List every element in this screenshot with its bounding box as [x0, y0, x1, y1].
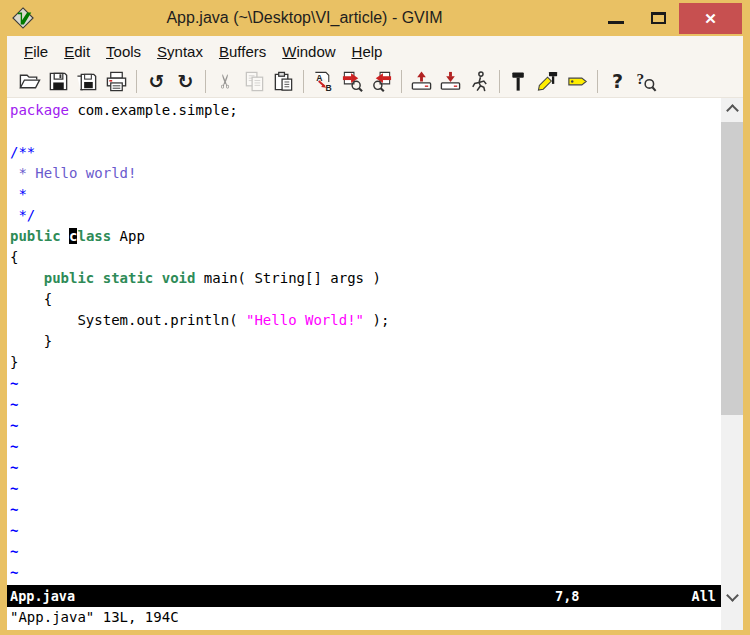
menu-syntax[interactable]: Syntax — [149, 39, 211, 64]
maximize-button[interactable] — [637, 2, 679, 34]
command-line: "App.java" 13L, 194C — [7, 607, 721, 630]
tilde-line: ~ — [10, 541, 721, 562]
undo-icon[interactable]: ↺ — [144, 69, 169, 94]
code-segment: main( String[] args ) — [195, 270, 380, 286]
menu-help[interactable]: Help — [344, 39, 391, 64]
minimize-icon — [608, 21, 624, 24]
code-segment: * Hello world! — [18, 165, 136, 181]
cursor-position: 7,8 — [555, 588, 579, 604]
code-segment: lass — [77, 228, 111, 244]
code-segment: } — [10, 354, 18, 370]
window-title: App.java (~\Desktop\VI_article) - GVIM — [34, 9, 595, 27]
close-icon: ✕ — [704, 10, 717, 28]
code-segment: System.out.println( — [10, 312, 246, 328]
menu-buffers[interactable]: Buffers — [211, 39, 274, 64]
make-icon[interactable] — [507, 69, 532, 94]
tilde-line: ~ — [10, 499, 721, 520]
find-help-icon[interactable]: ? — [634, 69, 659, 94]
code-segment: /** — [10, 144, 35, 160]
find-next-icon[interactable] — [340, 69, 365, 94]
find-prev-icon[interactable] — [369, 69, 394, 94]
scroll-indicator: All — [692, 588, 716, 604]
toolbar-separator — [303, 70, 304, 93]
code-segment: ); — [364, 312, 389, 328]
statusline: App.java 7,8 All — [7, 585, 721, 607]
cut-glyph: ✂ — [216, 74, 235, 90]
titlebar: App.java (~\Desktop\VI_article) - GVIM ✕ — [0, 0, 750, 36]
code-line-1: package com.example.simple; — [10, 100, 721, 121]
code-line-13: } — [10, 352, 721, 373]
open-file-icon[interactable] — [17, 69, 42, 94]
menubar: FileEditToolsSyntaxBuffersWindowHelp — [7, 36, 743, 66]
code-segment — [61, 228, 69, 244]
find-replace-icon[interactable]: AB — [311, 69, 336, 94]
code-segment: com.example.simple; — [69, 102, 238, 118]
maximize-icon — [651, 12, 666, 24]
save-file-icon[interactable] — [46, 69, 71, 94]
scrollbar-thumb[interactable] — [721, 122, 743, 415]
toolbar-separator — [401, 70, 402, 93]
vertical-scrollbar[interactable] — [721, 98, 743, 630]
tilde-line: ~ — [10, 415, 721, 436]
svg-text:?: ? — [636, 70, 644, 87]
tag-jump-icon[interactable] — [565, 69, 590, 94]
menu-tools[interactable]: Tools — [98, 39, 149, 64]
code-segment: { — [10, 249, 18, 265]
code-line-7: public class App — [10, 226, 721, 247]
code-segment: App — [111, 228, 145, 244]
toolbar-separator — [499, 70, 500, 93]
gvim-window: App.java (~\Desktop\VI_article) - GVIM ✕… — [0, 0, 750, 635]
code-segment: { — [10, 291, 52, 307]
copy-icon — [242, 69, 267, 94]
code-line-8: { — [10, 247, 721, 268]
code-segment: * — [10, 186, 27, 202]
scrollbar-down-button[interactable] — [721, 587, 743, 607]
code-line-5: * — [10, 184, 721, 205]
tilde-line: ~ — [10, 562, 721, 583]
code-area[interactable]: package com.example.simple; /** * Hello … — [7, 98, 721, 585]
scrollbar-up-button[interactable] — [721, 98, 743, 118]
toolbar-separator — [597, 70, 598, 93]
toolbar: ↺↻✂AB?? — [7, 66, 743, 98]
tilde-line: ~ — [10, 394, 721, 415]
session-load-icon[interactable] — [409, 69, 434, 94]
code-segment: package — [10, 102, 69, 118]
menu-window[interactable]: Window — [274, 39, 343, 64]
print-icon[interactable] — [104, 69, 129, 94]
code-segment: */ — [10, 207, 35, 223]
toolbar-separator — [136, 70, 137, 93]
redo-glyph: ↻ — [178, 72, 194, 91]
build-tags-icon[interactable] — [536, 69, 561, 94]
minimize-button[interactable] — [595, 2, 637, 34]
paste-icon[interactable] — [271, 69, 296, 94]
code-line-11: System.out.println( "Hello World!" ); — [10, 310, 721, 331]
code-line-6: */ — [10, 205, 721, 226]
help-icon[interactable]: ? — [605, 69, 630, 94]
chevron-up-icon — [726, 104, 739, 117]
redo-icon[interactable]: ↻ — [173, 69, 198, 94]
code-segment: "Hello World!" — [246, 312, 364, 328]
toolbar-separator — [205, 70, 206, 93]
save-all-icon[interactable] — [75, 69, 100, 94]
vim-logo-icon — [12, 6, 34, 30]
menu-file[interactable]: File — [16, 39, 56, 64]
cut-icon: ✂ — [213, 69, 238, 94]
menu-edit[interactable]: Edit — [56, 39, 98, 64]
code-line-9: public static void main( String[] args ) — [10, 268, 721, 289]
code-line-10: { — [10, 289, 721, 310]
code-segment — [10, 270, 44, 286]
window-controls: ✕ — [595, 0, 742, 36]
code-lines: package com.example.simple; /** * Hello … — [10, 100, 721, 373]
svg-text:B: B — [325, 83, 331, 93]
window-content: FileEditToolsSyntaxBuffersWindowHelp ↺↻✂… — [7, 36, 743, 630]
tilde-line: ~ — [10, 478, 721, 499]
close-button[interactable]: ✕ — [679, 3, 742, 34]
run-script-icon[interactable] — [467, 69, 492, 94]
code-segment: public static void — [44, 270, 196, 286]
undo-glyph: ↺ — [149, 72, 165, 91]
tilde-line: ~ — [10, 457, 721, 478]
code-line-12: } — [10, 331, 721, 352]
editor-column: package com.example.simple; /** * Hello … — [7, 98, 721, 630]
session-save-icon[interactable] — [438, 69, 463, 94]
statusline-filename: App.java — [10, 588, 75, 604]
